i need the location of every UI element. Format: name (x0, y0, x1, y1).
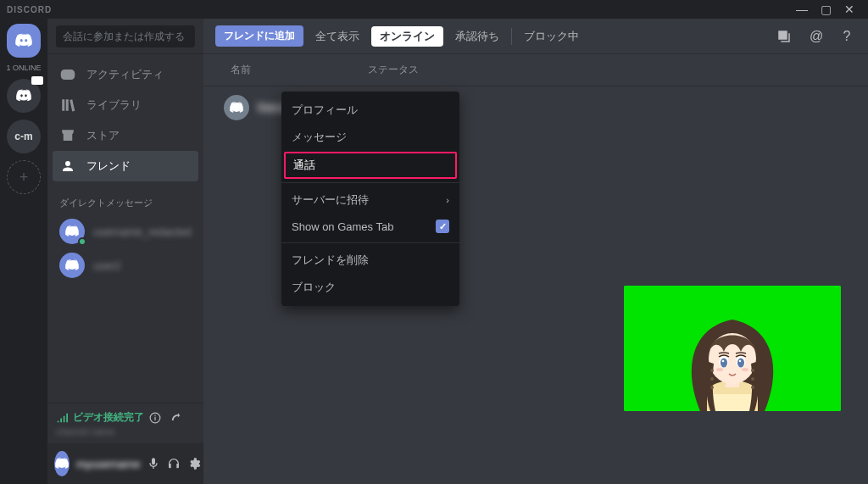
server-c-m[interactable]: c-m (7, 120, 41, 153)
svg-point-9 (751, 386, 754, 389)
svg-point-16 (716, 368, 723, 371)
self-avatar[interactable] (54, 451, 70, 476)
tab-online[interactable]: オンライン (371, 26, 443, 47)
avatar (59, 219, 85, 244)
mic-icon[interactable] (147, 457, 160, 470)
svg-point-15 (739, 360, 742, 363)
friend-context-menu: プロフィール メッセージ 通話 サーバーに招待 › Show on Games … (281, 92, 459, 306)
divider (511, 28, 512, 45)
voice-status-text: ビデオ接続完了 (73, 410, 144, 425)
signal-icon (56, 412, 68, 424)
status-dot-online-icon (78, 237, 86, 246)
ctx-label: フレンドを削除 (292, 253, 369, 268)
tab-pending[interactable]: 承認待ち (455, 29, 499, 44)
ctx-message[interactable]: メッセージ (281, 124, 459, 151)
sidebar-item-activity[interactable]: アクティビティ (47, 59, 203, 90)
add-friend-button[interactable]: フレンドに追加 (215, 25, 303, 47)
server-dm-avatar[interactable] (7, 79, 41, 113)
column-status: ステータス (368, 63, 853, 77)
sidebar: 会話に参加または作成する アクティビティ ライブラリ ストア フレンド ダイレク… (47, 19, 203, 484)
friend-avatar (224, 95, 249, 120)
avatar (59, 253, 85, 278)
svg-point-13 (737, 359, 744, 368)
anime-avatar-image (624, 286, 841, 411)
headphones-icon[interactable] (167, 457, 181, 470)
chevron-right-icon: › (446, 195, 449, 205)
sidebar-nav: アクティビティ ライブラリ ストア フレンド (47, 54, 203, 186)
store-icon (59, 127, 76, 144)
add-server-button[interactable]: + (7, 160, 41, 194)
dm-username: username_redacted (93, 225, 192, 238)
ctx-separator (281, 242, 459, 243)
sidebar-item-store[interactable]: ストア (47, 120, 203, 151)
tab-blocked[interactable]: ブロック中 (524, 29, 579, 44)
tab-all[interactable]: 全て表示 (315, 29, 359, 44)
new-group-dm-icon[interactable] (776, 29, 795, 44)
svg-point-4 (710, 369, 714, 372)
sidebar-item-label: ライブラリ (86, 97, 142, 113)
ctx-label: Show on Games Tab (292, 220, 393, 233)
discord-logo-icon (64, 258, 80, 273)
checkbox-checked-icon[interactable]: ✓ (436, 220, 449, 233)
window-minimize-icon[interactable]: — (790, 0, 814, 19)
home-button[interactable] (7, 24, 41, 58)
ctx-block[interactable]: ブロック (281, 274, 459, 301)
mentions-icon[interactable]: @ (807, 29, 826, 44)
svg-point-12 (721, 359, 727, 368)
ctx-label: 通話 (293, 158, 315, 173)
user-panel: myusername (47, 443, 203, 484)
ctx-remove-friend[interactable]: フレンドを削除 (281, 247, 459, 274)
server-rail: 1 ONLINE c-m + (0, 19, 47, 484)
svg-point-17 (742, 368, 748, 371)
ctx-label: ブロック (292, 280, 336, 295)
ctx-label: メッセージ (292, 130, 347, 145)
svg-point-5 (710, 377, 714, 381)
gamepad-icon (59, 66, 76, 83)
dm-item[interactable]: user2 (47, 248, 203, 282)
discord-logo-icon (64, 224, 80, 239)
gear-icon[interactable] (187, 457, 201, 470)
video-badge-icon (31, 76, 43, 85)
dm-item[interactable]: username_redacted (47, 214, 203, 248)
help-icon[interactable]: ? (837, 29, 856, 44)
sidebar-item-label: ストア (86, 128, 120, 143)
voice-status-panel: ビデオ接続完了 channel name (47, 403, 203, 443)
friends-columns-header: 名前 ステータス (203, 54, 868, 86)
video-pip[interactable] (624, 286, 841, 411)
discord-logo-icon (229, 100, 244, 115)
ctx-call[interactable]: 通話 (284, 152, 457, 179)
window-titlebar: DISCORD — ▢ ✕ (0, 0, 868, 19)
dm-section-title: ダイレクトメッセージ (47, 186, 203, 214)
svg-point-6 (710, 386, 714, 389)
svg-point-7 (751, 369, 754, 372)
info-icon[interactable] (149, 412, 161, 424)
discord-logo-icon (54, 456, 70, 471)
ctx-separator (281, 182, 459, 183)
search-input[interactable]: 会話に参加または作成する (56, 25, 195, 47)
sidebar-item-friends[interactable]: フレンド (53, 151, 198, 181)
library-icon (59, 97, 76, 114)
column-name: 名前 (231, 63, 368, 77)
friends-icon (59, 158, 76, 175)
discord-logo-icon (14, 31, 33, 50)
ctx-label: プロフィール (292, 103, 358, 118)
ctx-invite-to-server[interactable]: サーバーに招待 › (281, 186, 459, 214)
app-brand: DISCORD (7, 5, 52, 14)
search-container: 会話に参加または作成する (47, 19, 203, 54)
topbar: フレンドに追加 全て表示 オンライン 承認待ち ブロック中 @ ? (203, 19, 868, 54)
ctx-show-games-tab[interactable]: Show on Games Tab ✓ (281, 214, 459, 239)
home-online-label: 1 ONLINE (6, 64, 41, 72)
main-area: フレンドに追加 全て表示 オンライン 承認待ち ブロック中 @ ? 名前 ステー… (203, 19, 868, 484)
svg-point-14 (722, 360, 725, 363)
dm-username: user2 (93, 259, 121, 272)
discord-logo-icon (15, 87, 32, 104)
window-maximize-icon[interactable]: ▢ (814, 0, 837, 19)
disconnect-icon[interactable] (170, 412, 181, 424)
sidebar-item-library[interactable]: ライブラリ (47, 90, 203, 120)
ctx-profile[interactable]: プロフィール (281, 97, 459, 124)
sidebar-item-label: アクティビティ (86, 67, 164, 82)
voice-channel-name: channel name (56, 426, 195, 437)
window-close-icon[interactable]: ✕ (837, 0, 861, 19)
self-username: myusername (76, 458, 140, 470)
ctx-label: サーバーに招待 (292, 192, 369, 208)
